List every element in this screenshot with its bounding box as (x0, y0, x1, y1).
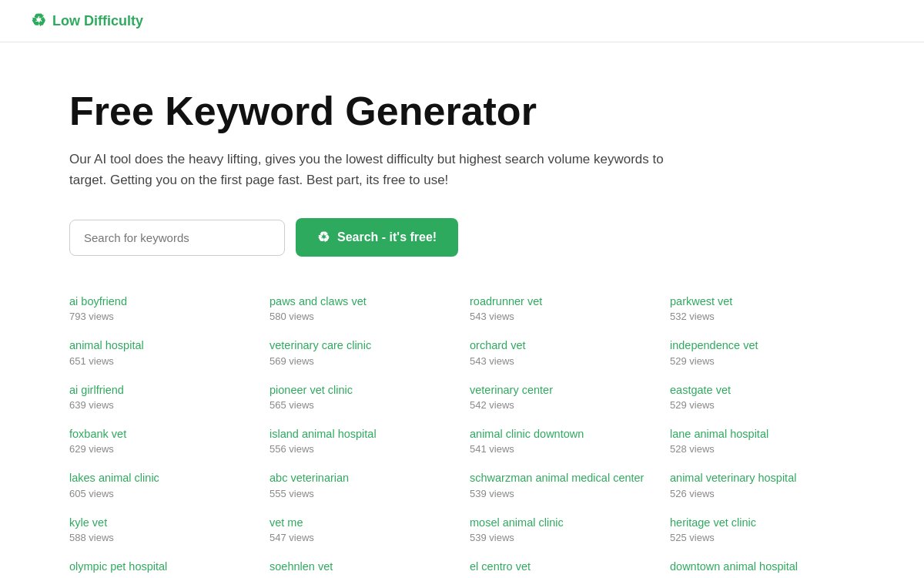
list-item: ai boyfriend793 views (69, 294, 254, 322)
keyword-link[interactable]: foxbank vet (69, 426, 254, 442)
keyword-column-2: roadrunner vet543 viewsorchard vet543 vi… (470, 294, 654, 578)
keyword-link[interactable]: animal hospital (69, 338, 254, 353)
keyword-link[interactable]: vet me (270, 515, 454, 530)
list-item: lane animal hospital528 views (670, 426, 855, 455)
keyword-views: 526 views (670, 488, 855, 499)
keyword-link[interactable]: downtown animal hospital (670, 559, 855, 574)
list-item: orchard vet543 views (470, 338, 654, 366)
keyword-link[interactable]: soehnlen vet (270, 559, 454, 574)
keyword-views: 528 views (670, 443, 855, 455)
keyword-views: 543 views (470, 311, 654, 322)
keyword-link[interactable]: lane animal hospital (670, 426, 855, 442)
search-icon: ♻ (317, 229, 330, 246)
list-item: independence vet529 views (670, 338, 855, 366)
keyword-link[interactable]: paws and claws vet (270, 294, 454, 309)
list-item: parkwest vet532 views (670, 294, 855, 322)
keyword-views: 639 views (69, 399, 254, 411)
keyword-views: 539 views (470, 532, 654, 543)
keyword-link[interactable]: olympic pet hospital (69, 559, 254, 574)
keyword-column-0: ai boyfriend793 viewsanimal hospital651 … (69, 294, 254, 578)
keyword-views: 605 views (69, 488, 254, 499)
list-item: soehnlen vet545 views (270, 559, 454, 578)
search-input[interactable] (69, 220, 285, 256)
list-item: foxbank vet629 views (69, 426, 254, 455)
keyword-views: 541 views (470, 443, 654, 455)
list-item: kyle vet588 views (69, 515, 254, 543)
list-item: eastgate vet529 views (670, 382, 855, 411)
keyword-link[interactable]: mosel animal clinic (470, 515, 654, 530)
keyword-link[interactable]: eastgate vet (670, 382, 855, 398)
keyword-views: 543 views (470, 355, 654, 367)
keyword-link[interactable]: animal clinic downtown (470, 426, 654, 442)
keyword-link[interactable]: ai boyfriend (69, 294, 254, 309)
list-item: pioneer vet clinic565 views (270, 382, 454, 411)
keyword-link[interactable]: island animal hospital (270, 426, 454, 442)
list-item: abc veterinarian555 views (270, 470, 454, 499)
keyword-views: 542 views (470, 399, 654, 411)
keyword-link[interactable]: animal veterinary hospital (670, 470, 855, 486)
keyword-views: 532 views (670, 311, 855, 322)
keyword-views: 588 views (69, 532, 254, 543)
list-item: veterinary care clinic569 views (270, 338, 454, 366)
keyword-views: 529 views (670, 355, 855, 367)
list-item: heritage vet clinic525 views (670, 515, 855, 543)
keyword-link[interactable]: heritage vet clinic (670, 515, 855, 530)
list-item: veterinary center542 views (470, 382, 654, 411)
keyword-link[interactable]: orchard vet (470, 338, 654, 353)
keyword-column-3: parkwest vet532 viewsindependence vet529… (670, 294, 855, 578)
keyword-link[interactable]: schwarzman animal medical center (470, 470, 654, 486)
keyword-link[interactable]: lakes animal clinic (69, 470, 254, 486)
keyword-column-1: paws and claws vet580 viewsveterinary ca… (270, 294, 454, 578)
keyword-views: 525 views (670, 532, 855, 543)
list-item: el centro vet539 views (470, 559, 654, 578)
list-item: paws and claws vet580 views (270, 294, 454, 322)
keyword-views: 555 views (270, 488, 454, 499)
keyword-views: 565 views (270, 399, 454, 411)
subtitle: Our AI tool does the heavy lifting, give… (69, 149, 670, 190)
main-content: Free Keyword Generator Our AI tool does … (38, 42, 886, 578)
keyword-grid: ai boyfriend793 viewsanimal hospital651 … (69, 294, 855, 578)
keyword-link[interactable]: roadrunner vet (470, 294, 654, 309)
logo-icon: ♻ (31, 11, 46, 31)
list-item: olympic pet hospital585 views (69, 559, 254, 578)
keyword-views: 629 views (69, 443, 254, 455)
list-item: animal veterinary hospital526 views (670, 470, 855, 499)
list-item: lakes animal clinic605 views (69, 470, 254, 499)
search-button-label: Search - it's free! (337, 230, 437, 244)
list-item: animal hospital651 views (69, 338, 254, 366)
list-item: schwarzman animal medical center539 view… (470, 470, 654, 499)
keyword-link[interactable]: veterinary care clinic (270, 338, 454, 353)
keyword-link[interactable]: parkwest vet (670, 294, 855, 309)
list-item: ai girlfriend639 views (69, 382, 254, 411)
keyword-views: 569 views (270, 355, 454, 367)
page-title: Free Keyword Generator (69, 89, 855, 135)
list-item: roadrunner vet543 views (470, 294, 654, 322)
logo-text: Low Difficulty (52, 13, 143, 29)
keyword-link[interactable]: ai girlfriend (69, 382, 254, 398)
list-item: downtown animal hospital524 views (670, 559, 855, 578)
keyword-views: 580 views (270, 311, 454, 322)
keyword-views: 651 views (69, 355, 254, 367)
keyword-link[interactable]: abc veterinarian (270, 470, 454, 486)
list-item: island animal hospital556 views (270, 426, 454, 455)
logo-link[interactable]: ♻ Low Difficulty (31, 11, 143, 31)
site-header: ♻ Low Difficulty (0, 0, 924, 42)
keyword-link[interactable]: veterinary center (470, 382, 654, 398)
keyword-views: 539 views (470, 488, 654, 499)
search-button[interactable]: ♻ Search - it's free! (296, 218, 458, 257)
keyword-link[interactable]: kyle vet (69, 515, 254, 530)
list-item: vet me547 views (270, 515, 454, 543)
keyword-views: 547 views (270, 532, 454, 543)
list-item: animal clinic downtown541 views (470, 426, 654, 455)
keyword-link[interactable]: pioneer vet clinic (270, 382, 454, 398)
list-item: mosel animal clinic539 views (470, 515, 654, 543)
keyword-views: 793 views (69, 311, 254, 322)
keyword-link[interactable]: independence vet (670, 338, 855, 353)
keyword-link[interactable]: el centro vet (470, 559, 654, 574)
keyword-views: 529 views (670, 399, 855, 411)
search-bar: ♻ Search - it's free! (69, 218, 855, 257)
keyword-views: 556 views (270, 443, 454, 455)
